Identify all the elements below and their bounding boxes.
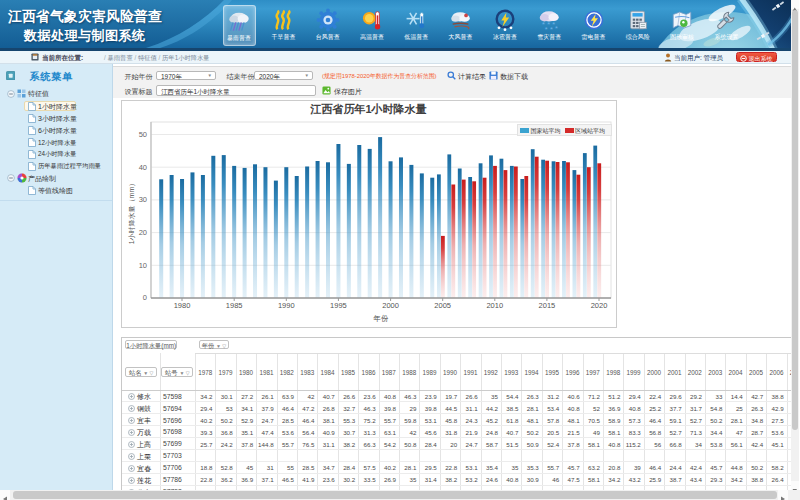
svg-text:*: * [555, 24, 558, 32]
svg-text:*: * [550, 24, 553, 31]
svg-text:*: * [545, 24, 548, 31]
